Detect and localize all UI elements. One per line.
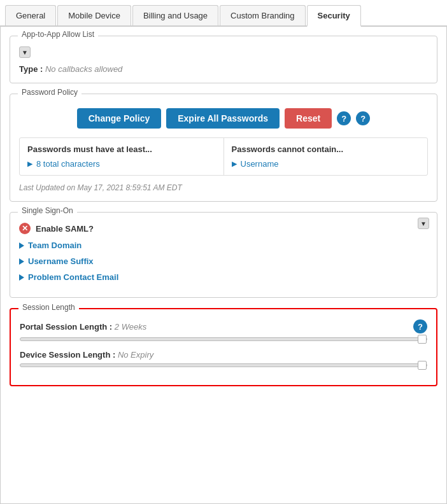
portal-session-value: 2 Weeks [115, 322, 146, 332]
expire-all-passwords-button[interactable]: Expire All Passwords [166, 108, 280, 129]
sso-dropdown[interactable]: ▼ [418, 218, 429, 229]
device-session-row: Device Session Length : No Expiry [20, 350, 427, 367]
app-allow-header: ▼ [19, 46, 428, 58]
team-domain-arrow-icon [19, 242, 24, 249]
must-have-header: Passwords must have at least... [27, 144, 216, 154]
must-have-column: Passwords must have at least... ▶ 8 tota… [20, 138, 224, 175]
device-session-value: No Expiry [118, 350, 153, 360]
type-label: Type : [19, 64, 43, 74]
device-slider-row [20, 363, 427, 367]
username-suffix-item[interactable]: Username Suffix [19, 256, 428, 266]
tab-mobile-device[interactable]: Mobile Device [57, 5, 131, 25]
problem-contact-label: Problem Contact Email [28, 272, 118, 282]
device-slider-track [20, 363, 427, 367]
team-domain-item[interactable]: Team Domain [19, 241, 428, 250]
app-allow-list-legend: App-to-App Allow List [18, 30, 98, 39]
portal-slider-thumb[interactable] [418, 335, 427, 344]
username-suffix-arrow-icon [19, 258, 24, 265]
password-policy-legend: Password Policy [18, 88, 82, 97]
app-allow-list-section: App-to-App Allow List ▼ Type : No callba… [10, 36, 437, 83]
policy-buttons: Change Policy Expire All Passwords Reset… [19, 108, 428, 129]
problem-contact-arrow-icon [19, 274, 24, 281]
portal-session-row: Portal Session Length : 2 Weeks ? [20, 319, 427, 341]
cannot-contain-arrow-icon: ▶ [232, 160, 237, 168]
portal-session-label: Portal Session Length : [20, 322, 112, 332]
app-allow-dropdown[interactable]: ▼ [19, 46, 31, 58]
help-icon-1[interactable]: ? [337, 111, 351, 125]
must-have-arrow-icon: ▶ [27, 160, 32, 168]
policy-columns: Passwords must have at least... ▶ 8 tota… [19, 137, 428, 176]
enable-saml-item: ✕ Enable SAML? [19, 223, 428, 234]
password-policy-section: Password Policy Change Policy Expire All… [10, 94, 437, 202]
type-value: No callbacks allowed [45, 64, 122, 74]
portal-slider-row [20, 337, 427, 341]
enable-saml-label: Enable SAML? [36, 224, 94, 234]
sso-section: Single Sign-On ▼ ✕ Enable SAML? Team Dom… [10, 212, 437, 298]
reset-button[interactable]: Reset [285, 108, 332, 129]
must-have-item-1: ▶ 8 total characters [27, 159, 216, 169]
last-updated-text: Last Updated on May 17, 2021 8:59:51 AM … [19, 183, 428, 192]
device-slider-thumb[interactable] [418, 361, 427, 370]
change-policy-button[interactable]: Change Policy [77, 108, 161, 129]
portal-slider-track [20, 337, 427, 341]
tab-billing-and-usage[interactable]: Billing and Usage [132, 5, 218, 25]
cannot-contain-item-label-1: Username [241, 159, 279, 169]
session-length-section: Session Length Portal Session Length : 2… [10, 308, 437, 386]
device-session-label: Device Session Length : [20, 350, 115, 360]
cannot-contain-column: Passwords cannot contain... ▶ Username [224, 138, 428, 175]
help-icon-2[interactable]: ? [356, 111, 370, 125]
tab-custom-branding[interactable]: Custom Branding [220, 5, 305, 25]
tab-bar: General Mobile Device Billing and Usage … [0, 0, 447, 27]
username-suffix-label: Username Suffix [28, 256, 94, 266]
saml-error-icon: ✕ [19, 223, 31, 234]
team-domain-label: Team Domain [28, 241, 82, 250]
main-content: App-to-App Allow List ▼ Type : No callba… [0, 27, 447, 504]
cannot-contain-item-1: ▶ Username [232, 159, 420, 169]
problem-contact-item[interactable]: Problem Contact Email [19, 272, 428, 282]
cannot-contain-header: Passwords cannot contain... [232, 144, 420, 154]
type-row: Type : No callbacks allowed [19, 64, 428, 74]
must-have-item-label-1: 8 total characters [36, 159, 100, 169]
portal-session-help-icon[interactable]: ? [413, 319, 427, 333]
tab-general[interactable]: General [5, 5, 56, 25]
sso-legend: Single Sign-On [18, 206, 77, 215]
session-length-legend: Session Length [18, 303, 79, 312]
tab-security[interactable]: Security [307, 5, 361, 27]
